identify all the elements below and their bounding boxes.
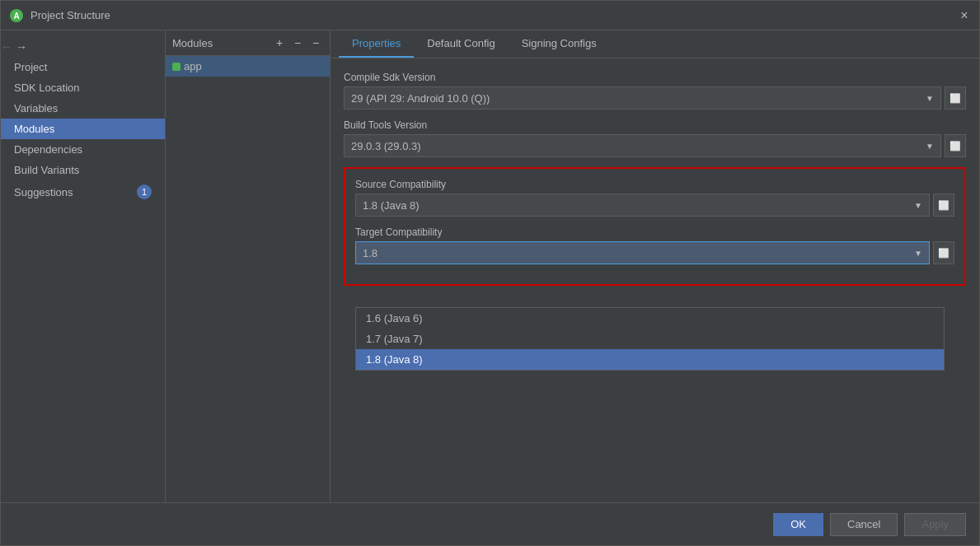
compile-sdk-group: Compile Sdk Version 29 (API 29: Android … (344, 72, 966, 110)
compile-sdk-row: 29 (API 29: Android 10.0 (Q)) ▼ ⬜ (344, 86, 966, 110)
build-tools-label: Build Tools Version (344, 119, 966, 131)
compile-sdk-label: Compile Sdk Version (344, 72, 966, 83)
main-content: Properties Default Config Signing Config… (331, 30, 979, 502)
sidebar-item-build-variants[interactable]: Build Variants (1, 160, 165, 180)
add-module-button[interactable]: + (272, 35, 287, 50)
source-compat-arrow-icon: ▼ (914, 201, 922, 210)
sidebar-item-sdk-location[interactable]: SDK Location (1, 77, 165, 98)
target-compat-row: 1.8 ▼ ⬜ (355, 241, 954, 264)
dropdown-option-java7[interactable]: 1.7 (Java 7) (356, 329, 944, 349)
cancel-button[interactable]: Cancel (830, 513, 898, 536)
build-tools-clear-button[interactable]: ⬜ (945, 134, 966, 157)
build-tools-group: Build Tools Version 29.0.3 (29.0.3) ▼ ⬜ (344, 119, 966, 157)
app-module-icon (172, 63, 181, 71)
properties-area: Compile Sdk Version 29 (API 29: Android … (331, 58, 979, 502)
dialog-title: Project Structure (30, 9, 958, 21)
target-compat-label: Target Compatibility (355, 226, 954, 238)
target-compat-value: 1.8 (363, 247, 377, 259)
target-compat-clear-button[interactable]: ⬜ (933, 241, 954, 264)
source-compat-select[interactable]: 1.8 (Java 8) ▼ (355, 194, 930, 217)
sidebar: ← → Project SDK Location Variables Modul… (1, 30, 166, 502)
dialog-body: ← → Project SDK Location Variables Modul… (1, 30, 979, 502)
target-compat-dropdown: 1.6 (Java 6) 1.7 (Java 7) 1.8 (Java 8) (355, 307, 945, 371)
compile-sdk-value: 29 (API 29: Android 10.0 (Q)) (351, 92, 490, 105)
dropdown-option-java6[interactable]: 1.6 (Java 6) (356, 308, 944, 329)
sidebar-item-suggestions[interactable]: Suggestions 1 (1, 180, 165, 203)
source-compat-row: 1.8 (Java 8) ▼ ⬜ (355, 194, 954, 217)
bottom-bar: OK Cancel Apply (1, 502, 979, 545)
build-tools-value: 29.0.3 (29.0.3) (351, 140, 421, 152)
build-tools-arrow-icon: ▼ (926, 142, 934, 151)
remove-module-button[interactable]: − (290, 35, 305, 50)
dropdown-option-java8[interactable]: 1.8 (Java 8) (356, 349, 944, 370)
source-compat-label: Source Compatibility (355, 179, 954, 190)
back-arrow[interactable]: ← (1, 40, 12, 54)
module-item-app[interactable]: app (166, 56, 330, 77)
app-logo-icon: A (9, 8, 24, 23)
tab-signing-configs[interactable]: Signing Configs (509, 30, 610, 58)
sidebar-item-project[interactable]: Project (1, 57, 165, 77)
modules-panel-title: Modules (172, 37, 213, 49)
close-button[interactable]: × (958, 9, 971, 22)
target-compat-arrow-icon: ▼ (914, 249, 922, 258)
modules-panel: Modules + − − app (166, 30, 331, 502)
build-tools-row: 29.0.3 (29.0.3) ▼ ⬜ (344, 134, 966, 157)
source-compat-group: Source Compatibility 1.8 (Java 8) ▼ ⬜ (355, 179, 954, 217)
target-compat-select[interactable]: 1.8 ▼ (355, 241, 930, 264)
tab-default-config[interactable]: Default Config (414, 30, 508, 58)
compile-sdk-clear-button[interactable]: ⬜ (945, 86, 966, 110)
minimize-modules-button[interactable]: − (308, 35, 323, 50)
title-bar: A Project Structure × (1, 1, 979, 30)
target-compat-group: Target Compatibility 1.8 ▼ ⬜ (355, 226, 954, 264)
sidebar-item-variables[interactable]: Variables (1, 98, 165, 119)
build-tools-select[interactable]: 29.0.3 (29.0.3) ▼ (344, 134, 941, 157)
compile-sdk-select[interactable]: 29 (API 29: Android 10.0 (Q)) ▼ (344, 86, 941, 110)
apply-button[interactable]: Apply (904, 513, 966, 536)
source-compat-value: 1.8 (Java 8) (363, 199, 420, 212)
modules-header: Modules + − − (166, 30, 330, 56)
sidebar-item-modules[interactable]: Modules (1, 119, 165, 139)
source-compat-clear-button[interactable]: ⬜ (933, 194, 954, 217)
tabs-bar: Properties Default Config Signing Config… (331, 30, 979, 58)
compile-sdk-arrow-icon: ▼ (926, 94, 934, 103)
nav-arrows: ← → (1, 37, 165, 57)
modules-toolbar: + − − (272, 35, 323, 50)
suggestions-badge: 1 (137, 184, 152, 199)
tab-properties[interactable]: Properties (339, 30, 414, 58)
ok-button[interactable]: OK (773, 513, 823, 536)
project-structure-dialog: A Project Structure × ← → Project SDK Lo… (0, 0, 980, 546)
forward-arrow[interactable]: → (16, 40, 27, 54)
compatibility-section: Source Compatibility 1.8 (Java 8) ▼ ⬜ Ta… (344, 167, 966, 286)
svg-text:A: A (13, 12, 19, 21)
sidebar-item-dependencies[interactable]: Dependencies (1, 139, 165, 160)
module-item-label: app (184, 60, 202, 72)
